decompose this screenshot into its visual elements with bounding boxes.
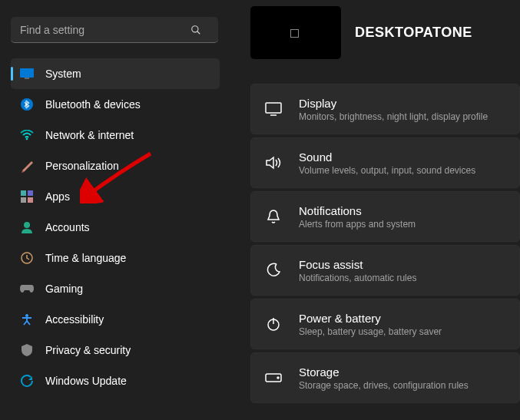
desktop-preview[interactable]	[250, 6, 341, 59]
sidebar-item-label: Privacy & security	[45, 344, 131, 356]
svg-point-5	[26, 138, 28, 141]
sidebar-item-gaming[interactable]: Gaming	[11, 273, 220, 304]
bluetooth-icon	[20, 98, 34, 111]
sidebar-item-label: Personalization	[45, 160, 119, 172]
search-icon	[190, 25, 201, 35]
nav: System Bluetooth & devices Network & int…	[11, 58, 220, 396]
card-sub: Alerts from apps and system	[299, 219, 416, 230]
settings-cards: Display Monitors, brightness, night ligh…	[230, 84, 520, 403]
card-sub: Volume levels, output, input, sound devi…	[299, 165, 475, 176]
accessibility-icon	[20, 313, 34, 326]
shield-icon	[20, 343, 34, 357]
bell-icon	[265, 208, 282, 225]
apps-icon	[20, 190, 34, 203]
wifi-icon	[20, 128, 34, 142]
card-title: Power & battery	[299, 312, 442, 325]
card-title: Display	[299, 97, 488, 110]
brush-icon	[20, 159, 34, 173]
gamepad-icon	[20, 282, 34, 296]
card-sub: Notifications, automatic rules	[299, 273, 416, 283]
power-icon	[265, 316, 282, 332]
sidebar-item-bluetooth[interactable]: Bluetooth & devices	[11, 89, 220, 120]
svg-point-12	[25, 314, 28, 317]
sidebar-item-accessibility[interactable]: Accessibility	[11, 304, 220, 335]
search-wrap	[11, 17, 220, 43]
sidebar-item-label: System	[45, 68, 81, 80]
svg-rect-13	[266, 103, 281, 113]
system-icon	[20, 67, 34, 81]
sidebar-item-label: Network & internet	[45, 129, 134, 141]
sidebar-item-time[interactable]: Time & language	[11, 243, 220, 273]
card-display[interactable]: Display Monitors, brightness, night ligh…	[250, 84, 520, 134]
clock-icon	[20, 251, 34, 265]
svg-rect-9	[28, 197, 33, 203]
svg-line-1	[197, 31, 200, 35]
svg-rect-7	[28, 190, 33, 196]
sidebar-item-label: Bluetooth & devices	[45, 98, 141, 111]
card-notifications[interactable]: Notifications Alerts from apps and syste…	[250, 191, 520, 242]
sidebar-item-update[interactable]: Windows Update	[11, 365, 220, 396]
card-sub: Storage space, drives, configuration rul…	[299, 380, 469, 391]
svg-rect-8	[21, 197, 26, 203]
card-sub: Sleep, battery usage, battery saver	[299, 326, 442, 337]
person-icon	[20, 220, 34, 234]
sidebar-item-label: Windows Update	[45, 375, 127, 387]
card-storage[interactable]: Storage Storage space, drives, configura…	[250, 352, 520, 403]
sidebar-item-label: Accounts	[45, 221, 90, 233]
card-title: Storage	[299, 365, 469, 379]
sidebar-item-system[interactable]: System	[11, 58, 220, 89]
svg-point-18	[277, 377, 279, 379]
sidebar: System Bluetooth & devices Network & int…	[0, 0, 230, 420]
sidebar-item-privacy[interactable]: Privacy & security	[11, 335, 220, 365]
svg-rect-6	[21, 190, 26, 196]
card-focus[interactable]: Focus assist Notifications, automatic ru…	[250, 245, 520, 296]
card-title: Notifications	[299, 204, 416, 217]
sidebar-item-label: Accessibility	[45, 313, 104, 326]
card-sound[interactable]: Sound Volume levels, output, input, soun…	[250, 137, 520, 188]
sidebar-item-network[interactable]: Network & internet	[11, 120, 220, 150]
content: DESKTOPATONE Display Monitors, brightnes…	[230, 0, 520, 420]
device-header: DESKTOPATONE	[230, 6, 520, 59]
card-sub: Monitors, brightness, night light, displ…	[299, 111, 488, 122]
sidebar-item-apps[interactable]: Apps	[11, 181, 220, 212]
svg-point-0	[192, 26, 198, 32]
update-icon	[20, 374, 34, 388]
svg-rect-2	[20, 68, 34, 78]
moon-icon	[265, 262, 282, 279]
sound-icon	[265, 154, 282, 171]
card-title: Sound	[299, 150, 475, 164]
display-icon	[265, 101, 282, 117]
svg-rect-3	[25, 78, 29, 79]
storage-icon	[265, 369, 282, 386]
sidebar-item-label: Apps	[45, 190, 70, 203]
sidebar-item-label: Time & language	[45, 252, 126, 264]
device-name: DESKTOPATONE	[355, 25, 472, 41]
card-power[interactable]: Power & battery Sleep, battery usage, ba…	[250, 299, 520, 349]
search-input[interactable]	[11, 17, 218, 43]
svg-point-10	[24, 222, 30, 228]
sidebar-item-accounts[interactable]: Accounts	[11, 212, 220, 243]
sidebar-item-label: Gaming	[45, 283, 83, 295]
card-title: Focus assist	[299, 258, 416, 271]
sidebar-item-personalization[interactable]: Personalization	[11, 150, 220, 181]
